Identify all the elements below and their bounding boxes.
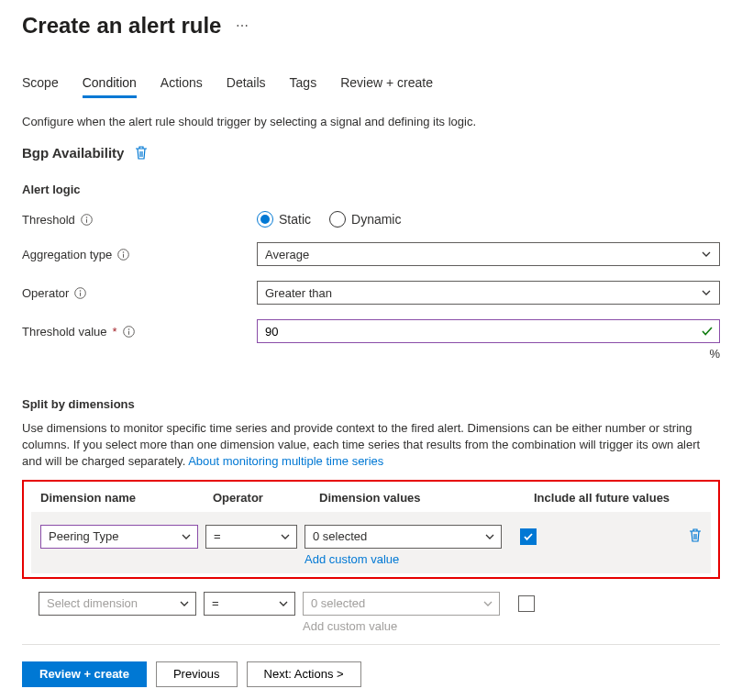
chevron-down-icon: [482, 598, 493, 609]
svg-point-7: [80, 290, 82, 292]
aggregation-select[interactable]: Average: [257, 242, 720, 266]
chevron-down-icon: [179, 598, 190, 609]
more-actions-icon[interactable]: ⋯: [236, 18, 249, 33]
split-learn-link[interactable]: About monitoring multiple time series: [188, 454, 383, 468]
dimension-values-text: 0 selected: [313, 529, 367, 543]
dimension-name-value: Peering Type: [49, 529, 118, 543]
dimension-operator-select[interactable]: =: [204, 592, 295, 616]
next-button[interactable]: Next: Actions >: [247, 661, 361, 687]
description-text: Configure when the alert rule should tri…: [22, 115, 720, 128]
include-future-checkbox[interactable]: [520, 528, 537, 545]
page-title: Create an alert rule: [22, 13, 221, 39]
add-custom-value-disabled: Add custom value: [303, 619, 500, 633]
svg-point-4: [123, 251, 125, 253]
review-create-button[interactable]: Review + create: [22, 661, 147, 687]
info-icon[interactable]: [81, 214, 93, 226]
dimension-op-value: =: [212, 596, 219, 610]
operator-label: Operator: [22, 286, 69, 300]
svg-rect-8: [80, 292, 81, 295]
unit-label: %: [22, 347, 720, 361]
split-heading: Split by dimensions: [22, 397, 720, 411]
threshold-dynamic-radio[interactable]: Dynamic: [329, 211, 401, 228]
svg-rect-5: [123, 253, 124, 257]
tab-review[interactable]: Review + create: [340, 75, 433, 98]
tab-bar: Scope Condition Actions Details Tags Rev…: [22, 75, 720, 98]
svg-point-10: [127, 328, 129, 330]
threshold-label: Threshold: [22, 213, 75, 227]
chevron-down-icon: [701, 287, 712, 298]
chevron-down-icon: [701, 249, 712, 260]
previous-button[interactable]: Previous: [156, 661, 238, 687]
radio-label-static: Static: [279, 212, 311, 227]
aggregation-value: Average: [265, 248, 309, 261]
include-future-checkbox[interactable]: [518, 595, 535, 612]
col-header-operator: Operator: [213, 491, 319, 505]
svg-rect-11: [128, 330, 129, 334]
tab-condition[interactable]: Condition: [83, 75, 137, 98]
alert-logic-heading: Alert logic: [22, 183, 720, 196]
chevron-down-icon: [280, 531, 291, 542]
info-icon[interactable]: [74, 287, 86, 299]
chevron-down-icon: [484, 531, 495, 542]
dimension-row: Peering Type = 0 selected Add custom val…: [31, 512, 711, 573]
dimension-name-select[interactable]: Peering Type: [40, 525, 198, 549]
add-custom-value-link[interactable]: Add custom value: [305, 552, 502, 566]
dimension-values-placeholder: 0 selected: [311, 596, 365, 610]
aggregation-label: Aggregation type: [22, 248, 112, 261]
dimension-values-select[interactable]: 0 selected: [303, 592, 500, 616]
valid-check-icon: [701, 325, 714, 338]
threshold-value-label: Threshold value: [22, 325, 107, 339]
split-description: Use dimensions to monitor specific time …: [22, 420, 720, 471]
dimension-row-empty: Select dimension = 0 selected Add custom…: [22, 579, 720, 640]
tab-scope[interactable]: Scope: [22, 75, 59, 98]
dimension-table-highlighted: Dimension name Operator Dimension values…: [22, 480, 720, 579]
info-icon[interactable]: [123, 326, 135, 338]
dimension-values-select[interactable]: 0 selected: [305, 525, 502, 549]
radio-label-dynamic: Dynamic: [351, 212, 401, 227]
col-header-values: Dimension values: [319, 491, 534, 505]
delete-signal-icon[interactable]: [135, 146, 148, 160]
col-header-name: Dimension name: [40, 491, 213, 505]
svg-point-1: [86, 217, 88, 218]
delete-dimension-icon[interactable]: [689, 528, 702, 545]
threshold-value-input-wrap: [257, 319, 720, 343]
tab-tags[interactable]: Tags: [290, 75, 317, 98]
chevron-down-icon: [181, 531, 192, 542]
dimension-operator-select[interactable]: =: [205, 525, 297, 549]
signal-name: Bgp Availability: [22, 145, 124, 161]
info-icon[interactable]: [117, 249, 129, 261]
chevron-down-icon: [278, 598, 289, 609]
threshold-static-radio[interactable]: Static: [257, 211, 311, 228]
tab-actions[interactable]: Actions: [161, 75, 203, 98]
dimension-name-select[interactable]: Select dimension: [39, 592, 196, 616]
tab-details[interactable]: Details: [227, 75, 266, 98]
dimension-op-value: =: [214, 529, 221, 543]
operator-value: Greater than: [265, 286, 332, 300]
operator-select[interactable]: Greater than: [257, 281, 720, 305]
required-asterisk: *: [113, 325, 117, 339]
svg-rect-2: [86, 218, 87, 222]
threshold-value-input[interactable]: [265, 325, 701, 339]
dimension-name-placeholder: Select dimension: [47, 596, 138, 610]
col-header-future: Include all future values: [534, 491, 702, 505]
